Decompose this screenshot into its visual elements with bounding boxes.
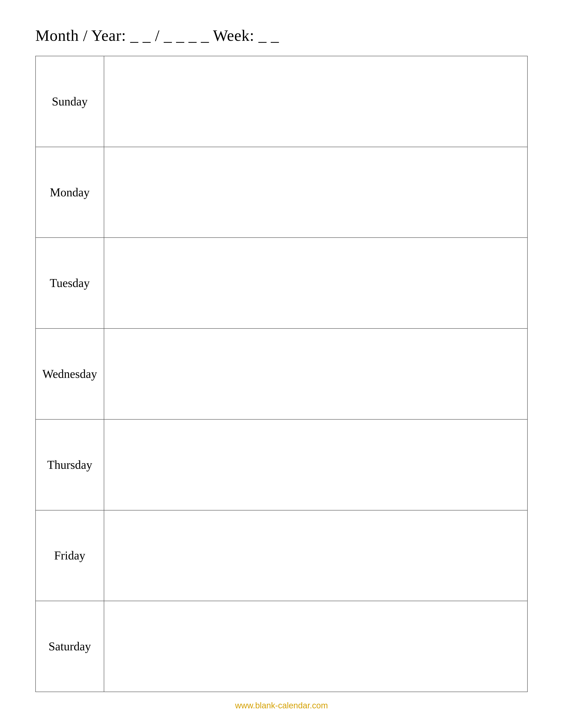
calendar-table: SundayMondayTuesdayWednesdayThursdayFrid… [35,56,528,692]
day-content-thursday[interactable] [104,419,527,510]
day-content-wednesday[interactable] [104,328,527,419]
day-content-tuesday[interactable] [104,238,527,328]
day-label-friday: Friday [36,510,104,601]
page-container: Month / Year: _ _ / _ _ _ _ Week: _ _ Su… [35,26,528,710]
day-label-tuesday: Tuesday [36,238,104,328]
footer: www.blank-calendar.com [35,701,528,710]
calendar-row-saturday: Saturday [36,601,527,692]
day-content-friday[interactable] [104,510,527,601]
day-label-monday: Monday [36,147,104,238]
day-label-thursday: Thursday [36,419,104,510]
calendar-row-thursday: Thursday [36,419,527,510]
calendar-row-wednesday: Wednesday [36,328,527,419]
day-content-sunday[interactable] [104,56,527,147]
calendar-row-monday: Monday [36,147,527,238]
calendar-row-friday: Friday [36,510,527,601]
month-year-week-header: Month / Year: _ _ / _ _ _ _ Week: _ _ [35,26,528,45]
calendar-row-sunday: Sunday [36,56,527,147]
day-label-sunday: Sunday [36,56,104,147]
day-label-saturday: Saturday [36,601,104,692]
footer-url[interactable]: www.blank-calendar.com [235,701,328,710]
calendar-row-tuesday: Tuesday [36,238,527,328]
day-content-saturday[interactable] [104,601,527,692]
day-content-monday[interactable] [104,147,527,238]
day-label-wednesday: Wednesday [36,328,104,419]
